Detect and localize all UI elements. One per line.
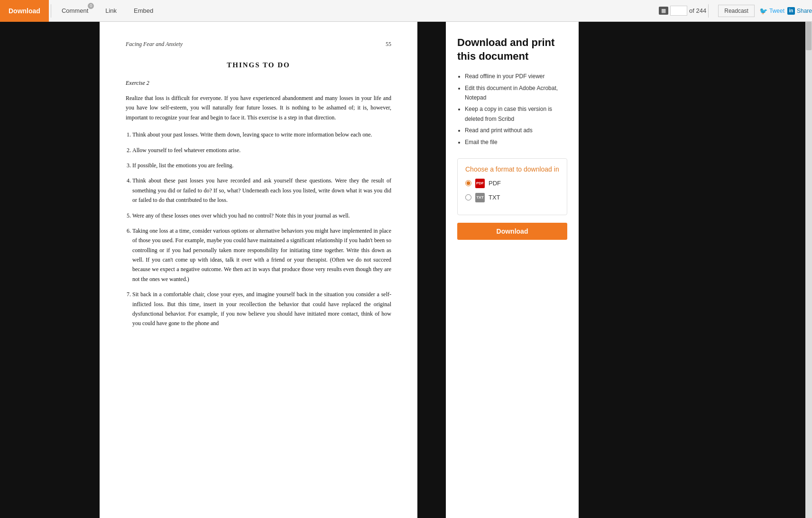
- scrollbar[interactable]: [805, 22, 812, 518]
- share-button[interactable]: in Share: [787, 7, 812, 15]
- page-input[interactable]: [670, 6, 687, 16]
- format-txt-option[interactable]: TXT TXT: [465, 193, 559, 202]
- benefits-list: Read offline in your PDF viewer Edit thi…: [465, 72, 567, 147]
- doc-list: Think about your past losses. Write them…: [132, 130, 391, 328]
- doc-header: Facing Fear and Anxiety 55: [126, 41, 391, 48]
- txt-icon: TXT: [475, 193, 485, 202]
- linkedin-icon: in: [787, 7, 795, 15]
- sidebar-download-button[interactable]: Download: [457, 223, 567, 240]
- benefit-item: Read offline in your PDF viewer: [465, 72, 567, 81]
- list-item: Taking one loss at a time, consider vari…: [132, 226, 391, 284]
- page-navigation: ▦ of 244: [659, 6, 706, 16]
- middle-gap: [417, 22, 446, 518]
- list-item: If possible, list the emotions you are f…: [132, 161, 391, 170]
- list-item: Sit back in a comfortable chair, close y…: [132, 290, 391, 328]
- format-section: Choose a format to download in PDF PDF T…: [457, 158, 567, 215]
- format-heading: Choose a format to download in: [465, 165, 559, 173]
- main-area: Facing Fear and Anxiety 55 THINGS TO DO …: [0, 22, 812, 518]
- left-panel: [0, 22, 100, 518]
- format-txt-label: TXT: [489, 194, 500, 201]
- toolbar: Download Comment 0 Link Embed ▦ of 244 R…: [0, 0, 812, 22]
- tweet-button[interactable]: 🐦 Tweet: [759, 7, 784, 15]
- page-total: of 244: [689, 7, 706, 14]
- format-pdf-radio[interactable]: [465, 180, 471, 186]
- format-txt-radio[interactable]: [465, 194, 471, 200]
- embed-tab[interactable]: Embed: [125, 0, 162, 22]
- comment-badge: 0: [88, 3, 94, 9]
- download-button[interactable]: Download: [0, 0, 49, 22]
- comment-tab[interactable]: Comment 0: [53, 0, 97, 22]
- doc-intro: Realize that loss is difficult for every…: [126, 93, 391, 122]
- readcast-button[interactable]: Readcast: [718, 5, 755, 17]
- doc-heading: THINGS TO DO: [126, 61, 391, 69]
- format-pdf-option[interactable]: PDF PDF: [465, 179, 559, 188]
- list-item: Were any of these losses ones over which…: [132, 211, 391, 220]
- page-icon: ▦: [659, 7, 668, 15]
- toolbar-separator2: [708, 4, 709, 18]
- twitter-icon: 🐦: [759, 7, 767, 15]
- right-panel: Download and print this document Read of…: [446, 22, 579, 518]
- benefit-item: Edit this document in Adobe Acrobat, Not…: [465, 83, 567, 103]
- sidebar-heading: Download and print this document: [457, 36, 567, 63]
- doc-title: Facing Fear and Anxiety: [126, 41, 183, 48]
- doc-exercise: Exercise 2: [126, 80, 391, 87]
- list-item: Allow yourself to feel whatever emotions…: [132, 145, 391, 155]
- pdf-icon: PDF: [475, 179, 485, 188]
- link-tab[interactable]: Link: [97, 0, 125, 22]
- scrollbar-thumb[interactable]: [806, 22, 812, 50]
- right-black-panel: [579, 22, 812, 518]
- benefit-item: Keep a copy in case this version is dele…: [465, 104, 567, 124]
- benefit-item: Email the file: [465, 137, 567, 147]
- document-panel: Facing Fear and Anxiety 55 THINGS TO DO …: [100, 22, 417, 518]
- benefit-item: Read and print without ads: [465, 126, 567, 135]
- doc-page-number: 55: [386, 41, 391, 48]
- list-item: Think about your past losses. Write them…: [132, 130, 391, 139]
- list-item: Think about these past losses you have r…: [132, 176, 391, 205]
- format-pdf-label: PDF: [489, 180, 501, 187]
- toolbar-separator: [51, 4, 51, 18]
